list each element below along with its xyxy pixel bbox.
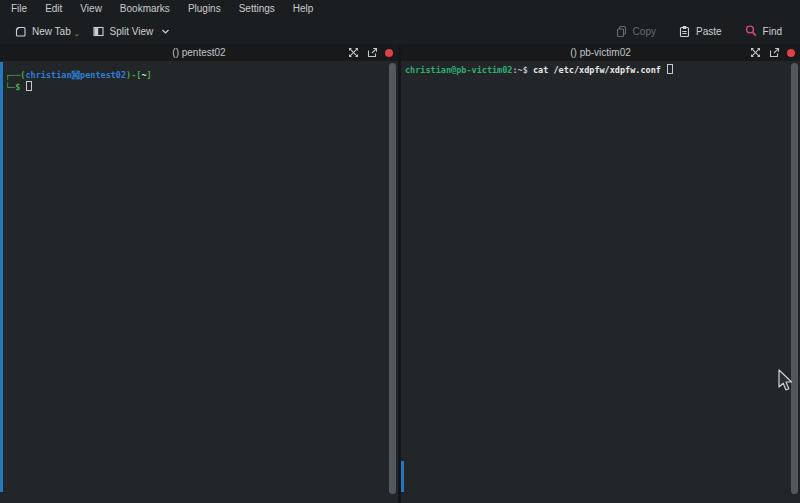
new-tab-caret-icon: ⌄: [74, 30, 80, 38]
pane-pb-victim02: () pb-victim02: [401, 44, 800, 503]
prompt-decor: ┌──(: [5, 70, 25, 80]
pane-title-pb-victim02: () pb-victim02: [570, 47, 631, 58]
menu-bar: File Edit View Bookmarks Plugins Setting…: [0, 0, 800, 18]
space: [20, 82, 25, 92]
split-view-button[interactable]: Split View: [86, 22, 177, 41]
detach-view-icon[interactable]: [768, 47, 780, 59]
detach-view-icon[interactable]: [366, 47, 378, 59]
menu-settings[interactable]: Settings: [230, 0, 284, 18]
scroll-highlight-bar: [0, 62, 3, 492]
pane-title-pentest02: () pentest02: [172, 47, 225, 58]
scrollbar-thumb-right[interactable]: [791, 63, 798, 494]
terminal-cursor: [26, 81, 32, 91]
split-container: () pentest02: [0, 44, 800, 503]
prompt-decor: )-[: [126, 70, 141, 80]
maximize-view-icon[interactable]: [348, 47, 359, 58]
terminal-output-right: christian@pb-victim02:~$ cat /etc/xdpfw/…: [401, 61, 800, 76]
pane-pentest02: () pentest02: [0, 44, 398, 503]
split-view-label: Split View: [110, 26, 154, 37]
prompt-symbol: └─$: [5, 82, 20, 92]
find-icon: [744, 24, 758, 38]
split-view-icon: [92, 25, 105, 38]
prompt-decor: ]: [147, 70, 152, 80]
terminal-pb-victim02[interactable]: christian@pb-victim02:~$ cat /etc/xdpfw/…: [401, 61, 800, 503]
new-tab-button[interactable]: New Tab ⌄: [8, 22, 86, 41]
menu-help[interactable]: Help: [284, 0, 323, 18]
prompt-symbol: $: [523, 65, 533, 75]
main-toolbar: New Tab ⌄ Split View Copy: [0, 18, 800, 44]
copy-label: Copy: [633, 26, 656, 37]
menu-bookmarks[interactable]: Bookmarks: [111, 0, 179, 18]
new-tab-icon: [14, 25, 27, 38]
pane-header-icons-right: [750, 44, 795, 61]
terminal-cursor: [667, 64, 673, 74]
scrollbar-thumb-left[interactable]: [389, 63, 396, 494]
menu-view[interactable]: View: [71, 0, 111, 18]
paste-label: Paste: [696, 26, 722, 37]
pane-header-pentest02[interactable]: () pentest02: [0, 44, 398, 61]
paste-button[interactable]: Paste: [672, 22, 728, 41]
find-button[interactable]: Find: [738, 21, 788, 41]
pane-header-pb-victim02[interactable]: () pb-victim02: [401, 44, 800, 61]
find-label: Find: [763, 26, 782, 37]
terminal-output-left: ┌──(christian㉏pentest02)-[~]└─$: [0, 61, 398, 93]
split-view-chevron-down-icon: [161, 27, 170, 36]
new-tab-label: New Tab: [32, 26, 71, 37]
close-view-button[interactable]: [787, 49, 795, 57]
maximize-view-icon[interactable]: [750, 47, 761, 58]
space: [661, 65, 666, 75]
toolbar-right-group: Copy Paste Find: [609, 21, 792, 41]
terminal-pentest02[interactable]: ┌──(christian㉏pentest02)-[~]└─$: [0, 61, 398, 503]
pane-header-icons-left: [348, 44, 393, 61]
copy-icon: [615, 25, 628, 38]
scroll-highlight-bar: [401, 461, 404, 492]
prompt-userhost: christian㉏pentest02: [25, 70, 126, 80]
close-view-button[interactable]: [385, 49, 393, 57]
command-text: cat /etc/xdpfw/xdpfw.conf: [533, 65, 661, 75]
paste-icon: [678, 25, 691, 38]
konsole-window: File Edit View Bookmarks Plugins Setting…: [0, 0, 800, 503]
copy-button[interactable]: Copy: [609, 22, 662, 41]
menu-file[interactable]: File: [2, 0, 36, 18]
prompt-userhost: christian@pb-victim02: [405, 65, 512, 75]
menu-plugins[interactable]: Plugins: [179, 0, 230, 18]
menu-edit[interactable]: Edit: [36, 0, 71, 18]
